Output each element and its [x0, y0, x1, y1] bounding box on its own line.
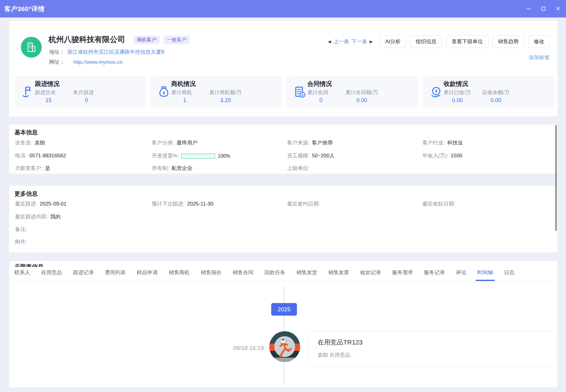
moneybag-icon: ¥ — [157, 85, 171, 99]
field-tianyancha: 天眼查客户:是 — [15, 165, 50, 172]
astronaut-avatar-image — [269, 331, 300, 362]
avatar — [269, 331, 300, 362]
timeline-entry-subtitle: 袁朗 在用竞品 — [318, 352, 350, 359]
field-dev-progress: 开发进度%:100% — [152, 152, 230, 159]
basic-info-title: 基本信息 — [14, 129, 38, 136]
clipped-section-title: 天眼查信息 — [14, 263, 44, 267]
timeline-year-badge: 2025 — [271, 303, 297, 316]
field-next-followup: 预计下次跟进:2025-11-30 — [152, 200, 213, 207]
tab-row: 联系人 在用竞品 跟进记录 费用列表 样品申请 销售商机 销售报价 销售合同 回… — [14, 269, 554, 281]
minimize-button[interactable] — [526, 6, 532, 12]
tab-sales-invoice[interactable]: 销售发票 — [328, 269, 349, 277]
website-link[interactable]: http://www.mymos.cn — [73, 59, 123, 65]
tab-sales-shipment[interactable]: 销售发货 — [296, 269, 317, 277]
tab-sample-request[interactable]: 样品申请 — [137, 269, 158, 277]
field-ownership: 所有制:私营企业 — [152, 165, 192, 172]
timeline-content: 2025 09/18 16:19 — [9, 282, 557, 387]
payment-icon: ¥ — [429, 85, 443, 99]
address-label: 地址： — [49, 49, 65, 55]
field-last-followup-content: 最近跟进内容:我的 — [15, 213, 61, 220]
field-last-sign-date: 最近签约日期: — [287, 200, 322, 207]
vertical-scrollbar-thumb[interactable] — [555, 125, 557, 231]
svg-text:¥: ¥ — [163, 90, 165, 95]
stat-title: 商机情况 — [171, 80, 196, 88]
timeline-entry-time: 09/18 16:19 — [202, 345, 264, 352]
field-annual-income: 年收入(万):1500 — [422, 152, 462, 159]
stat-cards-row: 跟进情况 跟进历史 15 本月跟进 0 ¥ — [14, 76, 554, 108]
field-customer-industry: 客户行业:科技业 — [422, 139, 463, 146]
maximize-icon — [541, 7, 545, 11]
titlebar: 客户360°详情 ✕ — [0, 0, 566, 17]
tab-log[interactable]: 日志 — [504, 269, 514, 277]
company-header-panel: 杭州八骏科技有限公司 商机客户 一般客户 地址：浙江省杭州市滨江区滨康路中控信息… — [9, 21, 557, 117]
field-attachment: 附件: — [15, 238, 29, 245]
timeline-entry-card[interactable]: 在用竞品TR123 袁朗 在用竞品 — [309, 331, 556, 367]
contract-icon: ¥ — [293, 85, 307, 99]
customer-360-window: 客户360°详情 ✕ 杭州八骏科技有限公司 商机客户 一般客户 地址：浙江省杭州… — [0, 0, 566, 392]
company-logo — [21, 37, 42, 58]
metric-total-opp-amount: 累计商机额/万 3.20 — [209, 89, 242, 104]
stat-card-opportunity: ¥ 商机情况 累计商机 1 累计商机额/万 3.20 — [151, 76, 282, 108]
next-record-link[interactable]: 下一条 — [352, 38, 367, 45]
building-icon — [25, 41, 37, 53]
view-subunits-button[interactable]: 查看下级单位 — [446, 35, 488, 48]
add-tag-link[interactable]: 添加标签 — [529, 54, 550, 61]
field-last-followup: 最近跟进:2025-09-01 — [15, 200, 67, 207]
field-remark: 备注: — [15, 226, 29, 233]
progress-percent: 100% — [218, 153, 230, 159]
tab-sales-quote[interactable]: 销售报价 — [201, 269, 221, 277]
stat-card-payment: ¥ 收款情况 累计已收/万 0.00 应收余额/万 0.00 — [423, 76, 554, 108]
field-last-payment-date: 最近收款日期: — [422, 200, 458, 207]
field-parent-unit: 上级单位: — [287, 165, 312, 172]
stat-title: 合同情况 — [307, 80, 332, 88]
field-employee-scale: 员工规模:50~200人 — [287, 152, 335, 159]
metric-total-opps: 累计商机 1 — [171, 89, 198, 104]
tab-service-demand[interactable]: 服务需求 — [392, 269, 413, 277]
company-name: 杭州八骏科技有限公司 — [48, 34, 125, 44]
tab-sales-opportunity[interactable]: 销售商机 — [169, 269, 190, 277]
metric-total-contracts: 累计合同 0 — [307, 89, 334, 104]
flag-icon — [21, 85, 34, 99]
header-actions: ◀ 上一条 下一条 ▶ AI分析 组织信息 查看下级单位 销售趋势 修改 — [328, 35, 550, 48]
detail-tabs-panel: 天眼查信息 联系人 在用竞品 跟进记录 费用列表 样品申请 销售商机 销售报价 … — [9, 261, 557, 387]
close-icon: ✕ — [556, 6, 560, 12]
more-info-title: 更多信息 — [14, 190, 38, 198]
field-customer-source: 客户来源:客户推荐 — [287, 139, 333, 146]
edit-button[interactable]: 修改 — [528, 35, 550, 48]
sales-trend-button[interactable]: 销售趋势 — [492, 35, 524, 48]
prev-arrow-icon[interactable]: ◀ — [328, 39, 331, 44]
stat-card-followup: 跟进情况 跟进历史 15 本月跟进 0 — [14, 76, 145, 108]
tab-contacts[interactable]: 联系人 — [14, 269, 30, 277]
tab-expense-list[interactable]: 费用列表 — [105, 269, 126, 277]
address-link[interactable]: 浙江省杭州市滨江区滨康路中控信息大厦B — [67, 49, 164, 55]
address-row: 地址：浙江省杭州市滨江区滨康路中控信息大厦B — [49, 48, 164, 56]
ai-analysis-button[interactable]: AI分析 — [380, 35, 406, 48]
org-info-button[interactable]: 组织信息 — [410, 35, 442, 48]
tab-followup-records[interactable]: 跟进记录 — [73, 269, 94, 277]
maximize-button[interactable] — [540, 6, 546, 12]
stat-title: 跟进情况 — [35, 80, 60, 88]
tab-competitors-in-use[interactable]: 在用竞品 — [41, 269, 62, 277]
field-phone: 电话:0571-88316562 — [15, 152, 66, 159]
window-controls: ✕ — [526, 0, 561, 17]
website-label: 网址： — [49, 59, 65, 65]
metric-follow-history: 跟进历史 15 — [35, 89, 62, 104]
progress-bar — [181, 154, 215, 159]
tab-payment-records[interactable]: 收款记录 — [360, 269, 381, 277]
svg-text:¥: ¥ — [435, 89, 437, 94]
tab-sales-contract[interactable]: 销售合同 — [233, 269, 253, 277]
website-row: 网址：http://www.mymos.cn — [49, 59, 123, 66]
tab-comments[interactable]: 评论 — [456, 269, 466, 277]
tab-timeline[interactable]: 时间轴 — [477, 269, 493, 277]
tag-general-customer: 一般客户 — [164, 36, 190, 44]
next-arrow-icon[interactable]: ▶ — [370, 39, 373, 44]
stat-title: 收款情况 — [444, 80, 468, 88]
prev-record-link[interactable]: 上一条 — [333, 38, 349, 45]
tab-payment-task[interactable]: 回款任务 — [264, 269, 285, 277]
field-customer-category: 客户分类:最终用户 — [152, 139, 198, 146]
tab-service-records[interactable]: 服务记录 — [424, 269, 445, 277]
metric-total-received: 累计已收/万 0.00 — [444, 89, 471, 104]
basic-info-panel: 基本信息 业务员:袁朗 客户分类:最终用户 客户来源:客户推荐 客户行业:科技业… — [9, 125, 557, 174]
close-button[interactable]: ✕ — [555, 6, 561, 12]
company-tags: 商机客户 一般客户 — [133, 36, 190, 44]
